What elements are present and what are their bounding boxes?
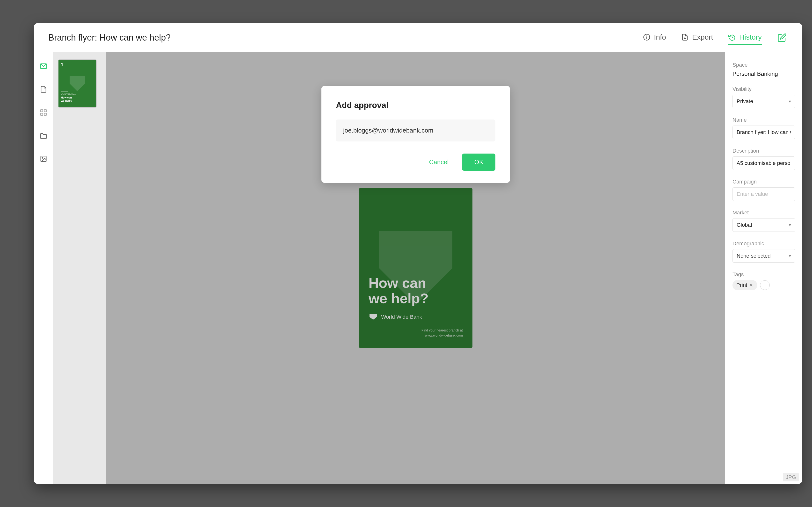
visibility-section: Visibility Private ▾ — [732, 86, 795, 108]
visibility-label: Visibility — [732, 86, 795, 92]
history-tab[interactable]: History — [728, 31, 762, 45]
add-tag-button[interactable]: + — [760, 280, 770, 290]
left-sidebar — [34, 52, 53, 484]
edit-button[interactable] — [776, 32, 788, 44]
history-label: History — [739, 33, 762, 41]
dialog-title: Add approval — [336, 101, 495, 110]
svg-rect-7 — [41, 113, 43, 115]
space-section: Space Personal Banking — [732, 62, 795, 77]
market-section: Market Global ▾ — [732, 210, 795, 232]
page-thumbnail-1[interactable]: 1 How canwe help? World Wide Bank — [58, 59, 97, 108]
market-value: Global — [737, 222, 752, 228]
ok-button[interactable]: OK — [462, 154, 495, 171]
history-icon — [728, 33, 737, 42]
demographic-value: None selected — [737, 253, 771, 259]
tags-section: Tags Print ✕ + — [732, 271, 795, 290]
content-area: 1 How canwe help? World Wide Bank — [34, 52, 802, 484]
sidebar-icon-file[interactable] — [37, 82, 50, 96]
campaign-label: Campaign — [732, 179, 795, 185]
tags-label: Tags — [732, 271, 795, 278]
campaign-section: Campaign — [732, 179, 795, 201]
info-label: Info — [654, 33, 666, 41]
document-title: Branch flyer: How can we help? — [48, 33, 170, 43]
name-label: Name — [732, 117, 795, 123]
thumbnail-sidebar: 1 How canwe help? World Wide Bank — [53, 52, 106, 484]
dialog-content-area: joe.bloggs@worldwidebank.com — [336, 119, 495, 142]
sidebar-icon-grid[interactable] — [37, 106, 50, 119]
tag-remove-button[interactable]: ✕ — [749, 283, 753, 288]
svg-point-10 — [42, 157, 43, 158]
description-input[interactable] — [732, 157, 795, 170]
export-label: Export — [692, 33, 713, 41]
info-icon — [642, 33, 651, 42]
visibility-value: Private — [737, 98, 753, 105]
thumbnail-page-number: 1 — [61, 62, 63, 67]
dialog-email: joe.bloggs@worldwidebank.com — [343, 127, 433, 134]
add-approval-dialog: Add approval joe.bloggs@worldwidebank.co… — [321, 86, 510, 183]
export-tab[interactable]: Export — [680, 31, 713, 45]
info-tab[interactable]: Info — [642, 31, 666, 45]
right-panel: Space Personal Banking Visibility Privat… — [725, 52, 802, 484]
header-actions: Info Export — [642, 31, 788, 45]
name-section: Name — [732, 117, 795, 139]
demographic-dropdown[interactable]: None selected ▾ — [732, 249, 795, 263]
tags-container: Print ✕ + — [732, 280, 795, 290]
sidebar-icon-mail[interactable] — [37, 59, 50, 73]
dialog-actions: Cancel OK — [336, 154, 495, 171]
svg-rect-8 — [44, 113, 46, 115]
cancel-button[interactable]: Cancel — [420, 154, 457, 171]
description-label: Description — [732, 148, 795, 154]
visibility-arrow-icon: ▾ — [789, 99, 791, 104]
sidebar-icon-image[interactable] — [37, 152, 50, 166]
thumbnail-text: How canwe help? — [61, 96, 72, 102]
tag-print: Print ✕ — [732, 280, 757, 290]
export-icon — [680, 33, 689, 42]
thumbnail-logo: World Wide Bank — [61, 92, 76, 95]
header: Branch flyer: How can we help? Info — [34, 23, 802, 52]
tag-print-label: Print — [737, 282, 747, 288]
canvas-area: How can we help? World Wide Bank Find yo… — [106, 52, 725, 484]
visibility-dropdown[interactable]: Private ▾ — [732, 95, 795, 108]
description-section: Description — [732, 148, 795, 170]
main-window: Branch flyer: How can we help? Info — [34, 23, 802, 484]
demographic-section: Demographic None selected ▾ — [732, 240, 795, 263]
market-dropdown[interactable]: Global ▾ — [732, 218, 795, 232]
demographic-arrow-icon: ▾ — [789, 253, 791, 259]
format-label: JPG — [783, 473, 799, 482]
demographic-label: Demographic — [732, 240, 795, 247]
dialog-backdrop: Add approval joe.bloggs@worldwidebank.co… — [106, 52, 725, 484]
campaign-input[interactable] — [732, 187, 795, 201]
space-value: Personal Banking — [732, 70, 795, 77]
svg-rect-5 — [41, 110, 43, 112]
space-label: Space — [732, 62, 795, 68]
svg-rect-6 — [44, 110, 46, 112]
market-arrow-icon: ▾ — [789, 222, 791, 228]
sidebar-icon-folder[interactable] — [37, 129, 50, 143]
name-input[interactable] — [732, 125, 795, 139]
market-label: Market — [732, 210, 795, 216]
